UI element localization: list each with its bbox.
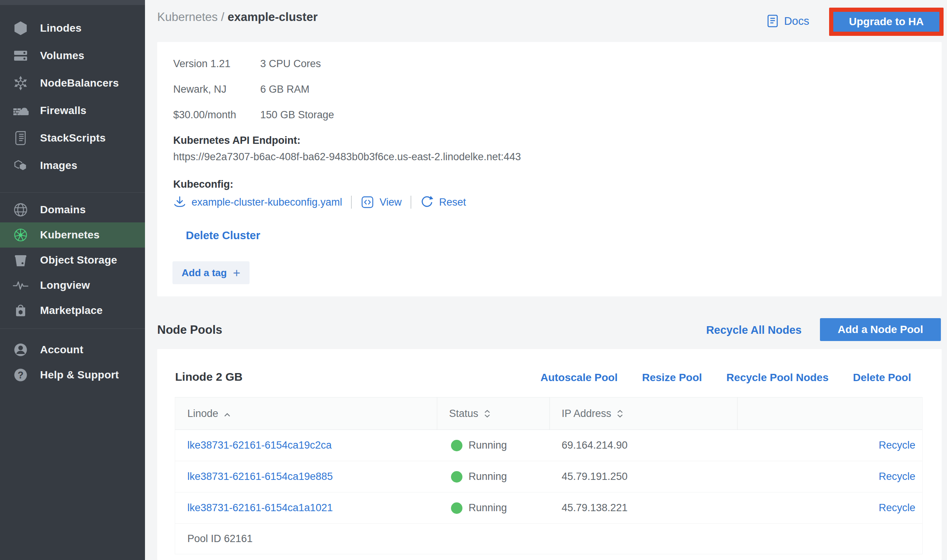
sidebar-item-firewalls[interactable]: Firewalls: [0, 97, 145, 124]
pool-id-footer: Pool ID 62161: [175, 524, 922, 554]
kubeconfig-file-link[interactable]: example-cluster-kubeconfig.yaml: [192, 196, 342, 208]
status-running-icon: [451, 502, 462, 514]
breadcrumb-section[interactable]: Kubernetes: [157, 10, 218, 24]
column-label: Status: [449, 408, 478, 420]
status-text: Running: [469, 502, 507, 514]
sort-icon: [484, 410, 490, 418]
sidebar-item-label: Account: [40, 344, 83, 356]
sidebar-item-label: Domains: [40, 204, 86, 216]
cluster-region: Newark, NJ: [173, 83, 227, 95]
linode-cloud-manager-screen: Linodes Volumes NodeBalancers: [0, 0, 947, 560]
cluster-ram: 6 GB RAM: [260, 83, 309, 95]
sidebar-top-strip: [0, 0, 145, 5]
stackscripts-icon: [13, 130, 29, 146]
breadcrumb-separator: /: [218, 10, 228, 24]
ip-address: 45.79.138.221: [550, 502, 738, 514]
sidebar-group-compute: Linodes Volumes NodeBalancers: [0, 5, 145, 179]
linodes-icon: [13, 20, 29, 36]
firewalls-icon: [13, 103, 29, 119]
sidebar-item-linodes[interactable]: Linodes: [0, 14, 145, 42]
marketplace-icon: [13, 303, 29, 319]
sidebar-item-label: Volumes: [40, 50, 84, 62]
plus-icon: +: [233, 267, 240, 279]
volumes-icon: [13, 48, 29, 64]
recycle-all-nodes-link[interactable]: Recycle All Nodes: [706, 324, 802, 336]
node-link[interactable]: lke38731-62161-6154ca1a1021: [187, 502, 333, 513]
sidebar-item-longview[interactable]: Longview: [0, 273, 145, 298]
view-link[interactable]: View: [380, 196, 402, 208]
recycle-node-link[interactable]: Recycle: [879, 502, 915, 513]
node-pools-title: Node Pools: [157, 323, 222, 337]
sidebar-item-nodebalancers[interactable]: NodeBalancers: [0, 69, 145, 97]
table-row: lke38731-62161-6154ca19e885 Running 45.7…: [175, 461, 922, 492]
sidebar-item-stackscripts[interactable]: StackScripts: [0, 124, 145, 152]
node-link[interactable]: lke38731-62161-6154ca19e885: [187, 471, 333, 482]
sidebar-item-label: Marketplace: [40, 304, 103, 317]
resize-pool-link[interactable]: Resize Pool: [642, 372, 702, 384]
object-storage-icon: [13, 252, 29, 268]
longview-icon: [13, 277, 29, 293]
sidebar-item-label: Help & Support: [40, 369, 119, 381]
sidebar-item-kubernetes[interactable]: Kubernetes: [0, 222, 145, 248]
node-table: Linode Status IP Address: [175, 397, 923, 554]
kubernetes-icon: [13, 227, 29, 243]
recycle-node-link[interactable]: Recycle: [879, 439, 915, 451]
help-icon: ?: [13, 367, 29, 383]
api-endpoint-label: Kubernetes API Endpoint:: [173, 134, 301, 146]
delete-pool-link[interactable]: Delete Pool: [853, 372, 911, 384]
breadcrumb: Kubernetes / example-cluster: [157, 10, 317, 24]
breadcrumb-current: example-cluster: [227, 10, 317, 24]
table-row: lke38731-62161-6154ca1a1021 Running 45.7…: [175, 492, 922, 524]
view-code-icon[interactable]: [361, 195, 374, 209]
sidebar-item-account[interactable]: Account: [0, 337, 145, 362]
recycle-pool-nodes-link[interactable]: Recycle Pool Nodes: [726, 372, 829, 384]
cluster-price: $30.00/month: [173, 109, 236, 121]
main-content: Kubernetes / example-cluster Docs Upgrad…: [145, 0, 947, 560]
column-header-actions: [738, 397, 922, 430]
sidebar-item-label: Longview: [40, 279, 90, 291]
sidebar-item-images[interactable]: Images: [0, 152, 145, 179]
node-pool-card: Linode 2 GB Autoscale Pool Resize Pool R…: [157, 349, 942, 560]
add-tag-button[interactable]: Add a tag +: [172, 261, 250, 284]
sidebar-item-label: StackScripts: [40, 132, 106, 144]
images-icon: [13, 158, 29, 174]
autoscale-pool-link[interactable]: Autoscale Pool: [540, 372, 617, 384]
upgrade-to-ha-button[interactable]: Upgrade to HA: [833, 12, 939, 32]
sidebar: Linodes Volumes NodeBalancers: [0, 0, 145, 560]
table-row: lke38731-62161-6154ca19c2ca Running 69.1…: [175, 430, 922, 461]
sidebar-item-volumes[interactable]: Volumes: [0, 42, 145, 69]
sort-icon: [617, 410, 623, 418]
sidebar-item-marketplace[interactable]: Marketplace: [0, 298, 145, 323]
docs-label: Docs: [784, 15, 809, 27]
cluster-storage: 150 GB Storage: [260, 109, 334, 121]
annotation-highlight-box: Upgrade to HA: [829, 8, 944, 36]
reset-link[interactable]: Reset: [439, 196, 466, 208]
add-node-pool-button[interactable]: Add a Node Pool: [820, 318, 941, 341]
sidebar-item-label: Linodes: [40, 22, 82, 34]
download-icon[interactable]: [173, 196, 186, 209]
status-running-icon: [451, 471, 462, 483]
sidebar-item-domains[interactable]: Domains: [0, 197, 145, 222]
separator: [351, 196, 352, 209]
recycle-node-link[interactable]: Recycle: [879, 471, 915, 482]
sidebar-item-object-storage[interactable]: Object Storage: [0, 248, 145, 273]
domains-icon: [13, 202, 29, 218]
column-header-status[interactable]: Status: [437, 397, 550, 430]
sidebar-item-label: Kubernetes: [40, 229, 100, 241]
sidebar-item-help-support[interactable]: ? Help & Support: [0, 362, 145, 388]
column-header-linode[interactable]: Linode: [175, 397, 437, 430]
svg-text:?: ?: [18, 370, 23, 380]
reset-icon[interactable]: [420, 195, 434, 209]
ip-address: 69.164.214.90: [550, 439, 738, 451]
sidebar-item-label: Object Storage: [40, 254, 117, 266]
docs-link[interactable]: Docs: [766, 14, 809, 28]
column-label: IP Address: [562, 408, 611, 420]
delete-cluster-link[interactable]: Delete Cluster: [186, 229, 260, 242]
node-link[interactable]: lke38731-62161-6154ca19c2ca: [187, 439, 332, 451]
pool-name: Linode 2 GB: [175, 370, 243, 383]
sidebar-item-label: NodeBalancers: [40, 77, 119, 89]
sidebar-group-account: Account ? Help & Support: [0, 329, 145, 388]
sidebar-group-services: Domains Kubernetes Object Storage Longvi…: [0, 193, 145, 323]
separator: [411, 196, 411, 209]
column-header-ip-address[interactable]: IP Address: [550, 397, 738, 430]
